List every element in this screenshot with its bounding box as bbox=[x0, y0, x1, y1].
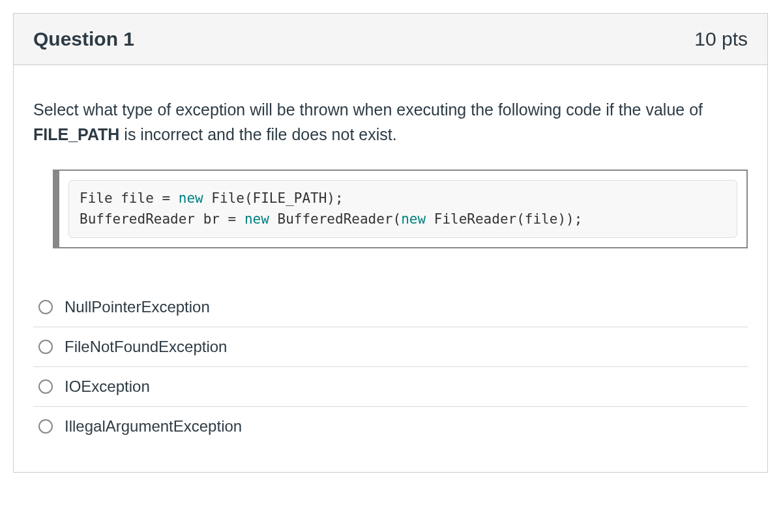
question-title: Question 1 bbox=[33, 28, 134, 50]
code-l1-sp2 bbox=[203, 190, 212, 206]
option-row[interactable]: IllegalArgumentException bbox=[33, 407, 748, 446]
code-l1-sp1 bbox=[170, 190, 179, 206]
radio-icon[interactable] bbox=[38, 419, 53, 434]
question-prompt: Select what type of exception will be th… bbox=[33, 98, 748, 147]
code-l2-new1: new bbox=[244, 211, 269, 227]
option-label: NullPointerException bbox=[65, 298, 210, 316]
option-row[interactable]: FileNotFoundException bbox=[33, 327, 748, 367]
code-l2-new2: new bbox=[401, 211, 426, 227]
code-l1-call: File(FILE_PATH); bbox=[211, 190, 343, 206]
question-card: Question 1 10 pts Select what type of ex… bbox=[13, 13, 768, 473]
prompt-pre: Select what type of exception will be th… bbox=[33, 100, 703, 119]
option-label: IOException bbox=[65, 377, 150, 396]
prompt-post: is incorrect and the file does not exist… bbox=[119, 125, 396, 143]
radio-icon[interactable] bbox=[38, 340, 53, 354]
code-l2-eq: = bbox=[228, 211, 237, 227]
code-block: File file = new File(FILE_PATH); Buffere… bbox=[68, 180, 737, 238]
code-l2-sp2 bbox=[269, 211, 278, 227]
question-header: Question 1 10 pts bbox=[14, 14, 767, 65]
radio-icon[interactable] bbox=[38, 379, 53, 394]
code-l2-sp3 bbox=[426, 211, 434, 227]
question-points: 10 pts bbox=[694, 28, 748, 50]
option-label: FileNotFoundException bbox=[65, 338, 227, 356]
code-l1-eq: = bbox=[162, 190, 170, 206]
radio-icon[interactable] bbox=[38, 300, 53, 314]
prompt-bold: FILE_PATH bbox=[33, 125, 119, 143]
option-row[interactable]: NullPointerException bbox=[33, 288, 748, 327]
code-l2-call1: BufferedReader( bbox=[277, 211, 401, 227]
code-l1-type: File file bbox=[80, 190, 162, 206]
code-l2-call2: FileReader(file)); bbox=[434, 211, 583, 227]
answer-options: NullPointerException FileNotFoundExcepti… bbox=[33, 288, 748, 446]
code-l2-type: BufferedReader br bbox=[80, 211, 228, 227]
code-block-wrapper: File file = new File(FILE_PATH); Buffere… bbox=[53, 170, 748, 248]
code-l1-new: new bbox=[179, 190, 203, 206]
code-l2-sp1 bbox=[236, 211, 244, 227]
question-body: Select what type of exception will be th… bbox=[14, 65, 767, 472]
option-label: IllegalArgumentException bbox=[65, 417, 242, 436]
option-row[interactable]: IOException bbox=[33, 367, 748, 407]
